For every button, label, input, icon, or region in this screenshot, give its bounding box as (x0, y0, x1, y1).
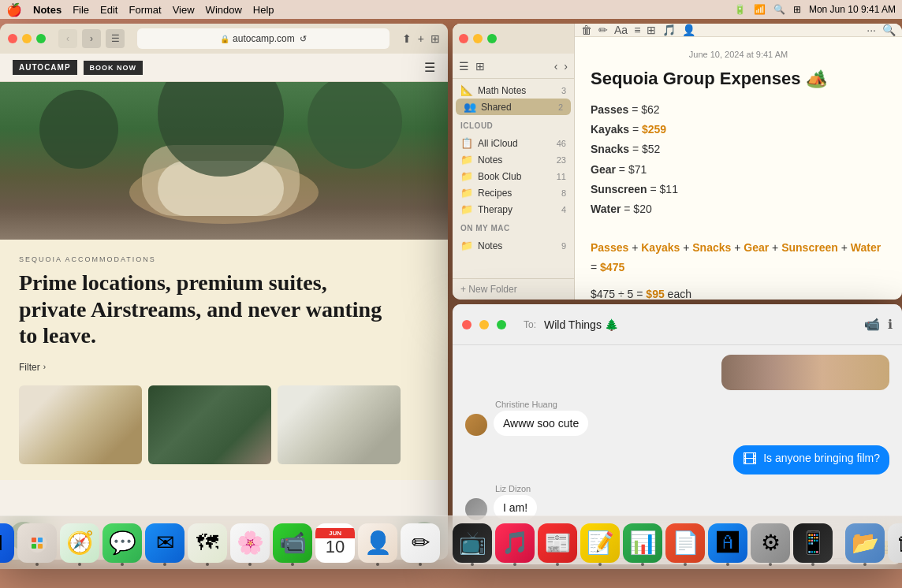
dock-facetime[interactable]: 📹 (273, 523, 312, 563)
mac-notes-folder[interactable]: 📁 Notes 9 (453, 237, 574, 254)
passes-value: $62 (641, 103, 659, 116)
note-title[interactable]: Sequoia Group Expenses 🏕️ (591, 69, 886, 89)
account-icon[interactable]: 👤 (682, 24, 695, 36)
notes-list-icon[interactable]: ☰ (459, 60, 469, 73)
division-each: each (668, 288, 691, 300)
more-icon[interactable]: ··· (867, 24, 876, 36)
new-note-icon[interactable]: ✏ (598, 24, 608, 36)
dock-appletv[interactable]: 📺 (453, 523, 492, 563)
messages-maximize-button[interactable] (497, 320, 506, 329)
search-notes-icon[interactable]: 🔍 (882, 24, 896, 36)
control-center-icon[interactable]: ⊞ (793, 4, 801, 15)
messages-titlebar: To: Wild Things 🌲 📹 ℹ (453, 304, 902, 345)
table-icon[interactable]: ⊞ (647, 24, 656, 36)
dock-pages[interactable]: 📄 (665, 523, 705, 563)
dock-finder[interactable]: 🖥 (0, 523, 14, 563)
note-water: Water = $20 (591, 199, 886, 219)
dock-iphone-mirroring[interactable]: 📱 (793, 523, 833, 563)
hamburger-icon[interactable]: ☰ (424, 60, 435, 75)
search-icon[interactable]: 🔍 (773, 4, 785, 15)
close-button[interactable] (8, 34, 17, 43)
notes-close-button[interactable] (459, 34, 468, 43)
dock-freeform[interactable]: ✏ (401, 523, 440, 563)
dock-trash[interactable]: 🗑 (888, 523, 902, 563)
maximize-button[interactable] (36, 34, 46, 43)
minimize-button[interactable] (22, 34, 32, 43)
dock-photos[interactable]: 🌸 (230, 523, 270, 563)
messages-close-button[interactable] (462, 320, 472, 329)
dock-notes[interactable]: 📝 (580, 523, 620, 563)
dock-safari[interactable]: 🧭 (60, 523, 99, 563)
extensions-icon[interactable]: ⊞ (430, 32, 440, 45)
thumbnail-2[interactable] (148, 385, 271, 464)
notes-maximize-button[interactable] (487, 34, 497, 43)
dock-maps[interactable]: 🗺 (188, 523, 227, 563)
dock-contacts[interactable]: 👤 (358, 523, 397, 563)
therapy-icon: 📁 (460, 203, 473, 215)
notes-folder[interactable]: 📁 Notes 23 (453, 151, 574, 168)
menu-file[interactable]: File (73, 4, 89, 16)
app-name[interactable]: Notes (33, 4, 62, 16)
menu-edit[interactable]: Edit (100, 4, 117, 16)
back-button[interactable]: ‹ (58, 29, 77, 48)
notes-back-icon[interactable]: ‹ (554, 60, 558, 73)
datetime: Mon Jun 10 9:41 AM (809, 4, 896, 15)
notes-sidebar-header (453, 24, 574, 54)
audio-icon[interactable]: 🎵 (662, 24, 676, 36)
book-club-folder[interactable]: 📁 Book Club 11 (453, 168, 574, 184)
menu-view[interactable]: View (173, 4, 195, 16)
dock-appstore[interactable]: 🅰 (708, 523, 747, 563)
dock-mail[interactable]: ✉ (145, 523, 184, 563)
thumbnail-3[interactable] (278, 385, 401, 464)
dock-system-settings[interactable]: ⚙ (751, 523, 790, 563)
recipes-count: 8 (561, 188, 566, 198)
sidebar-toggle[interactable]: ☰ (106, 29, 125, 48)
book-now-button[interactable]: BOOK NOW (84, 61, 144, 75)
filter-label[interactable]: Filter (19, 362, 40, 373)
menu-window[interactable]: Window (206, 4, 242, 16)
dock-folder[interactable]: 📂 (845, 523, 885, 563)
dock-numbers[interactable]: 📊 (623, 523, 662, 563)
menu-help[interactable]: Help (253, 4, 274, 16)
dock-launchpad[interactable] (17, 523, 57, 563)
url-bar[interactable]: 🔒 autocamp.com ↺ (137, 28, 390, 49)
math-notes-folder[interactable]: 📐 Math Notes 3 (453, 82, 574, 99)
new-tab-icon[interactable]: + (418, 32, 424, 45)
format-icon[interactable]: ≡ (634, 24, 640, 36)
menu-format[interactable]: Format (129, 4, 161, 16)
message-photo (721, 355, 889, 390)
font-size-icon[interactable]: Aa (614, 24, 628, 36)
messages-minimize-button[interactable] (479, 320, 489, 329)
thumbnail-1[interactable] (19, 385, 142, 464)
share-icon[interactable]: ⬆ (402, 32, 412, 45)
shared-folder[interactable]: 👥 Shared 2 (456, 99, 571, 115)
water-label: Water (591, 203, 621, 215)
recipes-folder[interactable]: 📁 Recipes 8 (453, 184, 574, 201)
dock-messages[interactable]: 💬 (102, 523, 142, 563)
therapy-folder[interactable]: 📁 Therapy 4 (453, 201, 574, 218)
delete-note-icon[interactable]: 🗑 (581, 24, 592, 36)
notes-grid-icon[interactable]: ⊞ (475, 60, 485, 73)
apple-menu[interactable]: 🍎 (6, 2, 22, 17)
notes-minimize-button[interactable] (473, 34, 483, 43)
video-call-icon[interactable]: 📹 (864, 317, 880, 332)
reload-icon[interactable]: ↺ (300, 34, 307, 44)
therapy-label: Therapy (478, 204, 512, 215)
forward-button[interactable]: › (82, 29, 101, 48)
dock: 🖥 🧭 💬 ✉ 🗺 🌸 📹 JUN 10 👤 ✏ 📺 🎵 📰 📝 📊 📄 🅰 ⚙… (0, 515, 902, 569)
christine-name: Christine Huang (495, 400, 588, 409)
notes-forward-icon[interactable]: › (564, 60, 568, 73)
info-icon[interactable]: ℹ (888, 317, 893, 332)
dock-calendar[interactable]: JUN 10 (315, 523, 355, 563)
dock-music[interactable]: 🎵 (495, 523, 535, 563)
water-equals: = (624, 203, 633, 215)
hero-image-overlay (0, 82, 448, 240)
note-sum: Passes + Kayaks + Snacks + Gear + Sunscr… (591, 229, 886, 277)
sum-total: $475 (600, 261, 624, 274)
dock-news[interactable]: 📰 (538, 523, 577, 563)
url-text: autocamp.com (233, 33, 295, 44)
new-folder-button[interactable]: + New Folder (453, 278, 574, 300)
sum-sunscreen: Sunscreen (781, 241, 838, 254)
hero-text: Prime locations, premium suites, private… (19, 270, 397, 349)
all-icloud-folder[interactable]: 📋 All iCloud 46 (453, 135, 574, 151)
